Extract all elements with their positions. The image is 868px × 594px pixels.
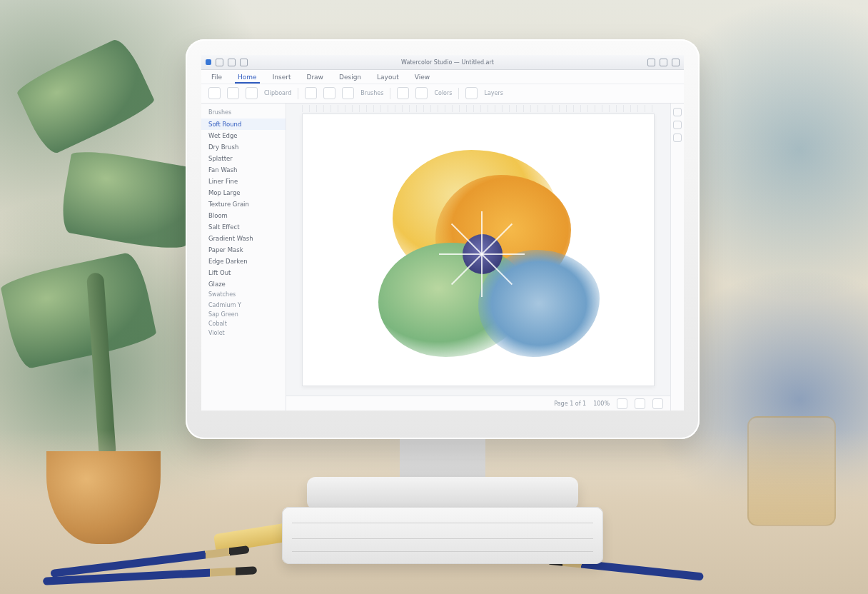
tab-home[interactable]: Home [235, 72, 260, 84]
monitor-bezel: Watercolor Studio — Untitled.art File Ho… [201, 55, 684, 411]
titlebar[interactable]: Watercolor Studio — Untitled.art [201, 55, 684, 70]
zoom-in-button[interactable] [635, 398, 645, 409]
statusbar: Page 1 of 1 100% [286, 396, 670, 411]
sidebar-item[interactable]: Paper Mask [201, 244, 286, 256]
close-icon[interactable] [672, 59, 680, 66]
monitor: Watercolor Studio — Untitled.art File Ho… [186, 39, 700, 439]
plant-leaf [58, 146, 199, 253]
copy-button[interactable] [246, 87, 258, 99]
tab-design[interactable]: Design [336, 72, 364, 84]
sidebar-item[interactable]: Dry Brush [201, 141, 286, 153]
status-page: Page 1 of 1 [554, 401, 586, 407]
zoom-out-button[interactable] [617, 398, 627, 409]
sidebar-item[interactable]: Liner Fine [201, 176, 286, 187]
group-layers-label: Layers [484, 90, 503, 96]
plant-leaf [14, 35, 158, 158]
sidebar-item[interactable]: Gradient Wash [201, 233, 286, 244]
artwork-flower [303, 114, 654, 386]
sidebar-item[interactable]: Mop Large [201, 187, 286, 198]
eraser-button[interactable] [323, 87, 335, 99]
canvas-page[interactable] [302, 114, 655, 386]
ribbon-tools: Clipboard Brushes Colors Layers [201, 84, 684, 102]
status-zoom: 100% [593, 401, 610, 407]
rail-layers-icon[interactable] [673, 121, 682, 129]
tab-insert[interactable]: Insert [270, 72, 294, 84]
minimize-icon[interactable] [647, 59, 655, 66]
cut-button[interactable] [227, 87, 239, 99]
monitor-stand-base [307, 477, 578, 510]
sidebar-item[interactable]: Edge Darken [201, 256, 286, 267]
ribbon: File Home Insert Draw Design Layout View… [201, 70, 684, 104]
sidebar-item[interactable]: Fan Wash [201, 164, 286, 176]
paste-button[interactable] [208, 87, 221, 99]
sidebar-item[interactable]: Bloom [201, 210, 286, 221]
tab-layout[interactable]: Layout [374, 72, 402, 84]
group-clipboard-label: Clipboard [264, 90, 291, 96]
water-jar [747, 416, 836, 526]
tab-file[interactable]: File [208, 72, 225, 84]
desk-scene: Watercolor Studio — Untitled.art File Ho… [0, 0, 868, 594]
sidebar-item[interactable]: Texture Grain [201, 198, 286, 210]
sidebar-item[interactable]: Glaze [201, 278, 286, 290]
group-colors-label: Colors [434, 90, 452, 96]
swatch-item[interactable]: Sap Green [201, 310, 286, 319]
quick-save-icon[interactable] [216, 59, 223, 66]
app-body: Brushes Soft Round Wet Edge Dry Brush Sp… [201, 104, 684, 411]
sidebar-item[interactable]: Splatter [201, 153, 286, 164]
fill-button[interactable] [342, 87, 354, 99]
sidebar: Brushes Soft Round Wet Edge Dry Brush Sp… [201, 104, 286, 411]
keyboard [282, 507, 603, 564]
app-window: Watercolor Studio — Untitled.art File Ho… [201, 55, 684, 411]
redo-icon[interactable] [240, 59, 248, 66]
sidebar-item[interactable]: Wet Edge [201, 130, 286, 141]
swatch-item[interactable]: Cobalt [201, 319, 286, 328]
group-brushes-label: Brushes [360, 90, 383, 96]
right-rail [670, 104, 684, 411]
layers-button[interactable] [465, 87, 478, 99]
ribbon-tabs: File Home Insert Draw Design Layout View [201, 70, 684, 84]
tab-view[interactable]: View [412, 72, 433, 84]
tab-draw[interactable]: Draw [303, 72, 326, 84]
palette-button[interactable] [415, 87, 428, 99]
undo-icon[interactable] [228, 59, 236, 66]
sidebar-header-swatches: Swatches [201, 290, 286, 301]
canvas-area[interactable]: Page 1 of 1 100% [286, 104, 670, 411]
brush-button[interactable] [305, 87, 317, 99]
rail-properties-icon[interactable] [673, 108, 682, 116]
sidebar-header-brushes: Brushes [201, 108, 286, 119]
rail-history-icon[interactable] [673, 134, 682, 142]
app-icon [206, 59, 211, 65]
swatch-item[interactable]: Cadmium Y [201, 301, 286, 310]
ruler-horizontal [302, 105, 655, 112]
sidebar-item[interactable]: Lift Out [201, 267, 286, 278]
maximize-icon[interactable] [660, 59, 667, 66]
color-picker-button[interactable] [397, 87, 409, 99]
swatch-item[interactable]: Violet [201, 328, 286, 338]
window-title: Watercolor Studio — Untitled.art [401, 59, 494, 66]
sidebar-item[interactable]: Salt Effect [201, 221, 286, 233]
sidebar-item[interactable]: Soft Round [201, 119, 286, 130]
fit-page-button[interactable] [652, 398, 663, 409]
plant-leaf [0, 251, 158, 371]
